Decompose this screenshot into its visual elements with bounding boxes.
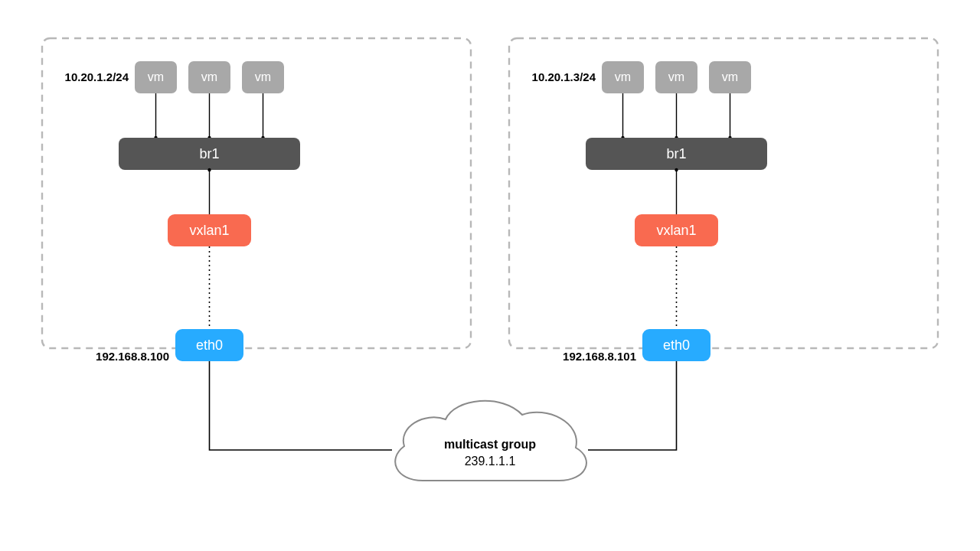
vm-label: vm [615,70,631,83]
vm-label: vm [255,70,271,83]
network-diagram: 10.20.1.2/24 vm vm vm br1 vxlan1 eth0 19… [0,0,980,551]
conn-dot [675,168,678,171]
vm-ip-label-right: 10.20.1.3/24 [532,70,596,83]
eth-ip-label-right: 192.168.8.101 [563,350,636,363]
multicast-cloud: multicast group 239.1.1.1 [395,401,586,481]
vm-ip-label-left: 10.20.1.2/24 [65,70,129,83]
eth-label-left: eth0 [196,337,223,353]
vxlan-label-left: vxlan1 [189,223,229,238]
route-right-to-cloud [588,361,677,450]
cloud-ip: 239.1.1.1 [465,455,516,468]
vm-label: vm [668,70,684,83]
vm-group-right: vm vm vm [602,61,751,93]
route-left-to-cloud [210,361,393,450]
bridge-label-right: br1 [666,146,686,161]
conn-dot [207,168,211,171]
bridge-label-left: br1 [199,146,219,161]
vm-group-left: vm vm vm [135,61,284,93]
vxlan-label-right: vxlan1 [656,223,696,238]
vm-label: vm [201,70,217,83]
eth-label-right: eth0 [663,337,690,353]
vm-label: vm [722,70,738,83]
eth-ip-label-left: 192.168.8.100 [96,350,169,363]
vm-label: vm [148,70,164,83]
cloud-title: multicast group [444,438,536,451]
